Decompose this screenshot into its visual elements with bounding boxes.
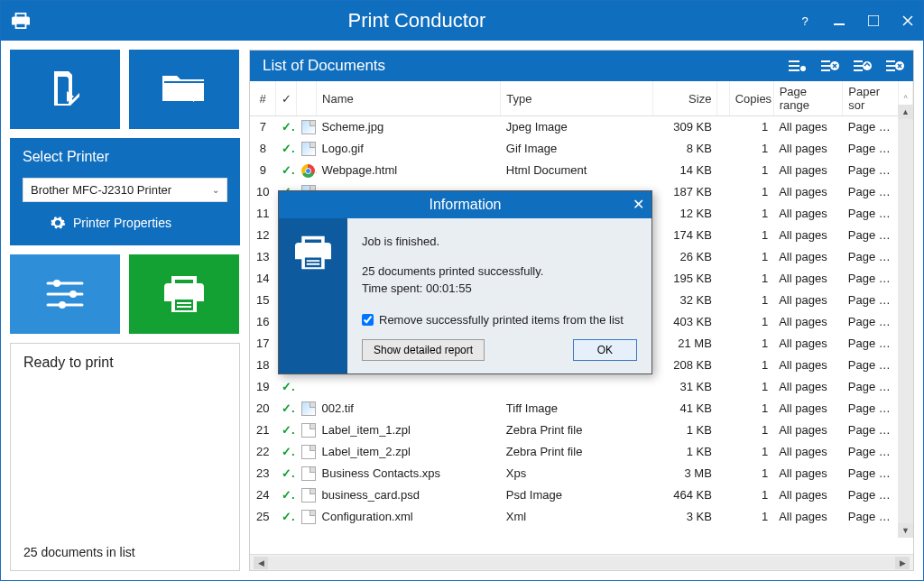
scroll-left-arrow[interactable]: ◀ [254, 557, 268, 569]
information-dialog: Information ✕ Job is finished. 25 docume… [278, 190, 652, 374]
cell-paper: Page siz [843, 268, 898, 290]
file-type-icon [296, 116, 316, 138]
cell-pagerange: All pages [773, 376, 843, 398]
scroll-down-arrow[interactable]: ▼ [898, 523, 913, 538]
horizontal-scrollbar[interactable]: ◀ ▶ [250, 554, 913, 570]
file-type-icon [296, 420, 316, 441]
scroll-up-arrow[interactable]: ▲ [898, 105, 913, 119]
documents-title: List of Documents [263, 57, 385, 75]
cell-size: 21 MB [652, 333, 717, 355]
col-pagerange[interactable]: Page range [773, 81, 843, 116]
dialog-line2: 25 documents printed successfully. [362, 264, 637, 278]
add-folder-tile[interactable] [129, 50, 239, 129]
cell-size: 1 KB [652, 420, 717, 441]
cell-pagerange: All pages [773, 268, 843, 290]
table-row[interactable]: 23✓Business Contacts.xpsXps3 MB1All page… [250, 463, 913, 484]
minimize-button[interactable] [831, 13, 847, 29]
cell-size: 464 KB [652, 484, 717, 506]
svg-rect-0 [834, 23, 845, 25]
col-icon[interactable] [296, 81, 316, 116]
scroll-right-arrow[interactable]: ▶ [895, 557, 910, 569]
cell-copies: 1 [729, 203, 773, 225]
cell-num: 9 [250, 160, 276, 181]
cell-type: Tiff Image [501, 398, 653, 420]
file-type-icon [296, 463, 316, 484]
cell-name: Scheme.jpg [317, 116, 501, 138]
cell-name: Configuration.xml [317, 506, 501, 528]
col-num[interactable]: # [250, 81, 276, 116]
maximize-button[interactable] [865, 13, 882, 29]
cell-num: 8 [250, 138, 276, 160]
cell-paper: Page siz [843, 420, 898, 441]
table-row[interactable]: 25✓Configuration.xmlXml3 KB1All pagesPag… [250, 506, 913, 528]
table-row[interactable]: 24✓business_card.psdPsd Image464 KB1All … [250, 484, 913, 506]
remove-checked-icon[interactable] [819, 56, 839, 76]
remove-printed-checkbox[interactable] [362, 314, 374, 326]
col-paper[interactable]: Paper sor [843, 81, 898, 116]
cell-size: 174 KB [652, 225, 717, 246]
table-row[interactable]: 7✓Scheme.jpgJpeg Image309 KB1All pagesPa… [250, 116, 913, 138]
table-row[interactable]: 20✓002.tifTiff Image41 KB1All pagesPage … [250, 398, 913, 420]
cell-pagerange: All pages [773, 181, 843, 203]
settings-tile[interactable] [10, 254, 120, 334]
cell-num: 19 [250, 376, 276, 398]
cell-copies: 1 [729, 484, 773, 506]
clear-list-icon[interactable] [884, 56, 904, 76]
status-panel: Ready to print 25 documents in list [10, 343, 240, 571]
dialog-remove-checkbox[interactable]: Remove successfully printed items from t… [362, 313, 637, 327]
cell-size: 309 KB [652, 116, 717, 138]
printer-select[interactable]: Brother MFC-J2310 Printer ⌄ [23, 178, 227, 202]
scroll-track[interactable] [898, 119, 913, 523]
cell-paper: Page siz [843, 116, 898, 138]
filter-icon[interactable] [787, 56, 807, 76]
table-row[interactable]: 9✓Webpage.htmlHtml Document14 KB1All pag… [250, 160, 913, 181]
col-name[interactable]: Name [317, 81, 501, 116]
cell-name: 002.tif [317, 398, 501, 420]
dialog-content: Job is finished. 25 documents printed su… [347, 218, 651, 374]
vertical-scrollbar[interactable]: ▲ ▼ [898, 105, 913, 538]
cell-num: 13 [250, 246, 276, 268]
table-row[interactable]: 21✓Label_item_1.zplZebra Print file1 KB1… [250, 420, 913, 441]
status-count-label: 25 documents in list [23, 545, 226, 559]
cell-name: Label_item_1.zpl [317, 420, 501, 441]
cell-paper: Page siz [843, 160, 898, 181]
print-tile[interactable] [129, 254, 239, 334]
printer-properties-link[interactable]: Printer Properties [23, 215, 227, 231]
table-row[interactable]: 8✓Logo.gifGif Image8 KB1All pagesPage si… [250, 138, 913, 160]
cell-size: 31 KB [652, 376, 717, 398]
cell-size: 3 MB [652, 463, 717, 484]
cell-num: 7 [250, 116, 276, 138]
col-type[interactable]: Type [501, 81, 653, 116]
cell-num: 25 [250, 506, 276, 528]
col-check[interactable]: ✓ [276, 81, 296, 116]
ok-button[interactable]: OK [573, 339, 637, 361]
dialog-close-button[interactable]: ✕ [633, 196, 644, 213]
cell-name: Label_item_2.zpl [317, 441, 501, 463]
add-files-tile[interactable] [10, 50, 120, 129]
cell-copies: 1 [729, 506, 773, 528]
show-report-button[interactable]: Show detailed report [362, 339, 485, 361]
table-row[interactable]: 22✓Label_item_2.zplZebra Print file1 KB1… [250, 441, 913, 463]
help-button[interactable]: ? [797, 13, 813, 29]
cell-name: Logo.gif [317, 138, 501, 160]
printer-properties-label: Printer Properties [73, 216, 171, 230]
col-copies[interactable]: Copies [729, 81, 773, 116]
cell-paper: Page siz [843, 355, 898, 376]
cell-paper: Page siz [843, 203, 898, 225]
app-window: Print Conductor ? Select Printer Br [0, 0, 924, 581]
cell-type: Xml [501, 506, 653, 528]
cell-paper: Page siz [843, 225, 898, 246]
cell-copies: 1 [729, 376, 773, 398]
cell-paper: Page siz [843, 311, 898, 333]
cell-pagerange: All pages [773, 246, 843, 268]
cell-num: 20 [250, 398, 276, 420]
col-size[interactable]: Size [652, 81, 717, 116]
close-button[interactable] [900, 13, 916, 29]
cell-paper: Page siz [843, 398, 898, 420]
file-type-icon [296, 160, 316, 181]
file-type-icon [296, 398, 316, 420]
cell-copies: 1 [729, 398, 773, 420]
scroll-track-h[interactable] [268, 557, 895, 569]
move-up-icon[interactable] [852, 56, 872, 76]
table-row[interactable]: 19✓31 KB1All pagesPage siz [250, 376, 913, 398]
